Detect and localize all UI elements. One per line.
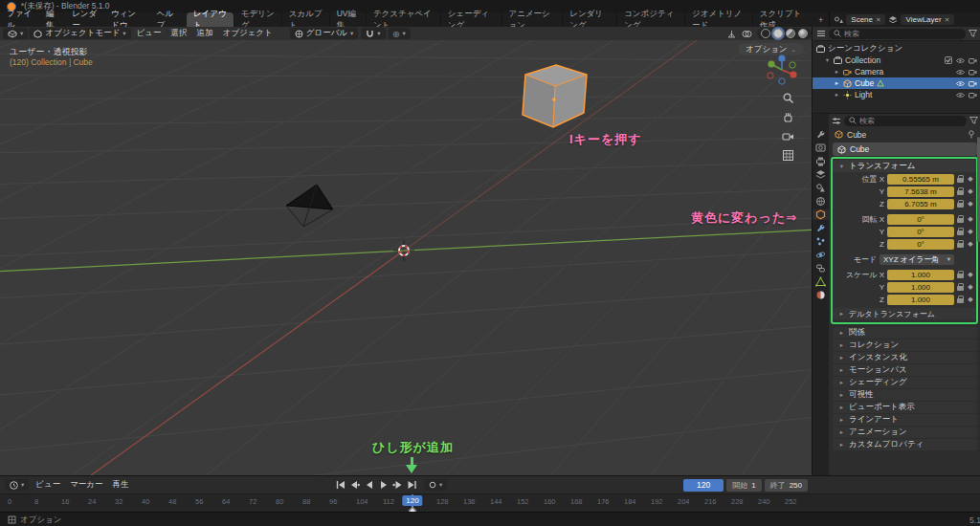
lock-icon[interactable]	[957, 190, 964, 195]
outliner-row-cube[interactable]: ▸ Cube	[813, 77, 980, 89]
object-name-field[interactable]: Cube	[833, 142, 977, 156]
outliner-row-collection[interactable]: ▾ Collection	[813, 55, 980, 66]
play-button[interactable]	[376, 479, 390, 491]
workspace-tab[interactable]: スカルプト	[281, 12, 329, 27]
navigation-gizmo[interactable]	[764, 52, 800, 88]
scene-select[interactable]: Scene✕	[846, 14, 885, 25]
keyframe-diamond-icon[interactable]: ◆	[967, 175, 974, 183]
property-section-header[interactable]: ▸ ビューポート表示	[833, 402, 977, 413]
transform-row-value[interactable]: 0.55565 m	[887, 174, 954, 185]
outliner-editor-icon[interactable]	[816, 30, 826, 37]
diamond-object[interactable]	[282, 182, 338, 230]
lock-icon[interactable]	[957, 218, 964, 223]
prev-keyframe-button[interactable]	[347, 479, 361, 491]
workspace-tab[interactable]: ジオメトリノード	[684, 12, 752, 27]
property-section-header[interactable]: ▸ 関係	[833, 327, 977, 339]
tab-object-data[interactable]	[813, 276, 829, 287]
tab-object[interactable]	[813, 209, 829, 220]
transform-row-value[interactable]: 0°	[887, 227, 954, 237]
transform-row-value[interactable]: 7.5638 m	[887, 186, 954, 197]
eye-icon[interactable]	[956, 69, 965, 76]
editor-type-button[interactable]: ▾	[3, 28, 28, 39]
keyframe-diamond-icon[interactable]: ◆	[967, 228, 974, 235]
current-frame-field[interactable]: 120	[683, 479, 724, 492]
transform-panel-header[interactable]: ▾ トランスフォーム	[833, 160, 977, 172]
tab-physics[interactable]	[813, 250, 829, 260]
outliner-row-scene-collection[interactable]: シーンコレクション	[813, 43, 980, 55]
tab-world[interactable]	[813, 196, 829, 207]
outliner-search-input[interactable]: 検索	[829, 29, 966, 39]
property-section-header[interactable]: ▸ コレクション	[833, 340, 977, 351]
transform-row-value[interactable]: 1.000	[887, 295, 954, 305]
rendered-shading-button[interactable]	[798, 29, 808, 38]
viewport-menu-item[interactable]: 追加	[192, 28, 218, 39]
property-section-header[interactable]: ▸ モーションパス	[833, 364, 977, 376]
workspace-tab[interactable]: UV編集	[329, 12, 366, 27]
property-section-header[interactable]: ▸ 可視性	[833, 389, 977, 401]
eye-icon[interactable]	[956, 57, 965, 64]
playhead-frame-badge[interactable]: 120	[402, 495, 422, 506]
outliner-row-light[interactable]: ▸ Light	[813, 89, 980, 100]
menu-item[interactable]: ヘルプ	[150, 12, 183, 27]
keyframe-diamond-icon[interactable]: ◆	[967, 296, 974, 303]
property-section-header[interactable]: ▸ アニメーション	[833, 427, 977, 438]
chevron-right-icon[interactable]: ▸	[834, 68, 840, 76]
mode-select[interactable]: オブジェクトモード ▾	[29, 28, 130, 39]
eye-icon[interactable]	[956, 80, 965, 87]
property-section-header[interactable]: ▸ シェーディング	[833, 377, 977, 388]
tab-render[interactable]	[813, 142, 829, 153]
transform-row-value[interactable]: XYZ オイラー角	[880, 254, 954, 265]
timeline-menu-item[interactable]: ビュー	[31, 479, 65, 491]
viewport-menu-item[interactable]: オブジェクト	[218, 28, 278, 39]
workspace-tab[interactable]: コンポジティング	[616, 12, 684, 27]
delta-transform-header[interactable]: ▸ デルタトランスフォーム	[833, 308, 977, 319]
lock-icon[interactable]	[957, 243, 964, 248]
tab-material[interactable]	[813, 290, 829, 300]
zoom-icon[interactable]	[782, 92, 794, 104]
workspace-tab[interactable]: シェーディング	[440, 12, 501, 27]
camera-view-icon[interactable]	[782, 130, 794, 142]
close-icon[interactable]: ✕	[876, 16, 880, 24]
breadcrumb-object[interactable]: Cube	[847, 130, 866, 140]
transform-row-value[interactable]: 0°	[887, 239, 954, 250]
lock-icon[interactable]	[957, 286, 964, 291]
workspace-tab[interactable]: アニメーション	[501, 12, 563, 27]
filter-icon[interactable]	[969, 117, 978, 124]
workspace-tab[interactable]: モデリング	[234, 12, 281, 27]
timeline-ruler[interactable]: 0816243240485664728088961041121201281361…	[0, 493, 980, 513]
transform-row-value[interactable]: 6.7055 m	[887, 199, 954, 209]
close-icon[interactable]: ✕	[945, 16, 949, 24]
chevron-right-icon[interactable]: ▸	[834, 79, 840, 87]
lock-icon[interactable]	[957, 298, 964, 303]
checkbox-icon[interactable]	[945, 56, 952, 64]
cube-object[interactable]	[519, 63, 593, 132]
property-section-header[interactable]: ▸ インスタンス化	[833, 352, 977, 363]
tab-constraints[interactable]	[813, 263, 829, 274]
menu-item[interactable]: 編集	[39, 12, 65, 27]
render-visibility-icon[interactable]	[969, 80, 977, 87]
property-section-header[interactable]: ▸ カスタムプロパティ	[833, 439, 977, 450]
add-workspace-button[interactable]: +	[813, 12, 829, 27]
chevron-down-icon[interactable]: ▾	[824, 56, 831, 64]
keyframe-diamond-icon[interactable]: ◆	[967, 215, 974, 223]
tab-output[interactable]	[813, 156, 829, 166]
render-visibility-icon[interactable]	[969, 69, 977, 76]
show-overlays-icon[interactable]	[742, 30, 752, 38]
transform-row-value[interactable]: 0°	[887, 214, 954, 225]
frame-end-field[interactable]: 終了 250	[765, 479, 808, 492]
transform-row-value[interactable]: 1.000	[887, 270, 954, 280]
viewport-menu-item[interactable]: ビュー	[132, 28, 167, 39]
keyframe-diamond-icon[interactable]: ◆	[967, 240, 974, 248]
proportional-editing-toggle[interactable]: ◎ ▾	[389, 28, 411, 39]
jump-to-start-button[interactable]	[333, 479, 346, 491]
tab-modifiers[interactable]	[813, 223, 829, 233]
timeline-menu-item[interactable]: 再生	[108, 479, 134, 491]
workspace-tab[interactable]: レイアウト	[187, 12, 234, 27]
viewport-menu-item[interactable]: 選択	[167, 28, 192, 39]
jump-to-end-button[interactable]	[405, 479, 418, 491]
pin-icon[interactable]	[968, 130, 975, 139]
lock-icon[interactable]	[957, 274, 964, 278]
transform-row-value[interactable]: 1.000	[887, 282, 954, 293]
chevron-down-icon[interactable]: ▾	[377, 30, 380, 37]
material-preview-button[interactable]	[786, 29, 795, 38]
